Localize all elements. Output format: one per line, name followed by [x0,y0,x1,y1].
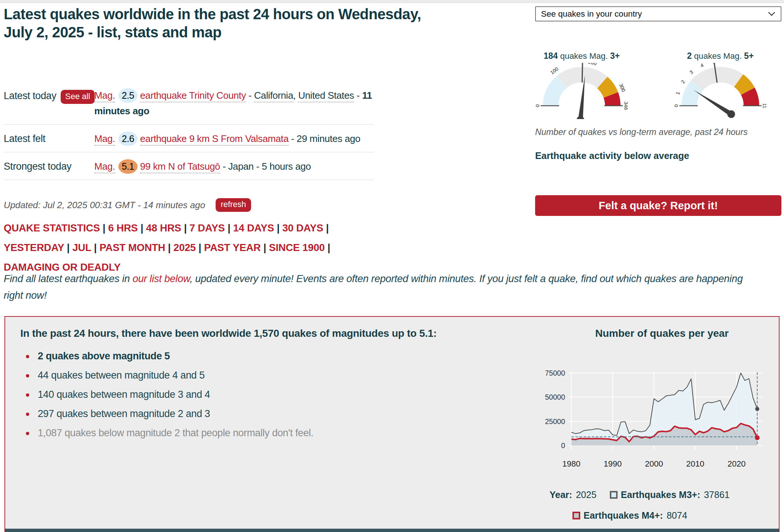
year-value: 2025 [576,489,597,500]
stat-link[interactable]: 30 DAYS [282,222,323,234]
y-axis-label: 75000 [545,369,565,377]
gauge-tick-label: 1 [675,91,681,95]
chevron-down-icon [768,11,775,16]
link-separator: | [64,242,72,253]
gauge-tick-label: 0 [673,104,679,107]
gauge-tick-label: 200 [588,63,597,67]
stat-link[interactable]: JUL [72,242,91,253]
link-separator: | [325,242,330,253]
quake-row: Latest feltMag.2.6earthquake 9 km S From… [4,125,374,152]
m4-legend-swatch [572,512,580,519]
stat-link[interactable]: 48 HRS [146,222,181,234]
gauge-count-label: 2 quakes Mag. 5+ [670,51,770,63]
row-text: - [246,90,254,101]
gauge-tick-label: 5 [712,63,716,65]
summary-bullet: 44 quakes between magnitude 4 and 5 [23,370,504,381]
intro-paragraph: Find all latest earthquakes in our list … [4,270,762,304]
m4-legend-value: 8074 [667,510,687,521]
y-axis-label: 25000 [545,417,565,426]
region-link[interactable]: California [254,90,293,102]
row-text: , [293,90,298,101]
region-link[interactable]: United States [298,90,354,102]
gauge-tick-label: 300 [618,83,626,93]
chart-svg: 025000500007500019801990200020102020 [539,359,776,480]
quake-link[interactable]: 99 km N of Tatsugō [140,161,220,173]
row-text: - 29 minutes ago [288,133,360,144]
quake-row-label: Latest todaySee all [4,88,94,104]
chart-legend-row-2: Earthquakes M4+: 8074 [572,510,687,521]
quake-link[interactable]: earthquake Trinity County [140,90,246,102]
gauge-dial: 0100200300346 [532,63,632,119]
y-axis-label: 0 [561,441,565,450]
updated-row: Updated: Jul 2, 2025 00:31 GMT - 14 minu… [4,198,251,212]
chart-legend-row-1: Year: 2025 Earthquakes M3+: 37861 [550,489,730,500]
quakes-per-year-chart: 025000500007500019801990200020102020 [539,359,776,480]
link-separator: | [181,222,189,234]
link-separator: | [323,222,329,234]
page-title: Latest quakes worldwide in the past 24 h… [4,5,429,41]
gauge-mag3plus: 184 quakes Mag. 3+0100200300346 [532,51,632,121]
x-axis-label: 1980 [562,459,581,468]
m4-end-dot[interactable] [755,435,760,440]
quake-link[interactable]: earthquake 9 km S From Valsamata [140,133,288,146]
mag-link[interactable]: Mag. [94,161,115,173]
m3-legend-value: 37861 [704,489,730,500]
stat-link[interactable]: 14 DAYS [233,222,274,234]
gauge-caption: Number of quakes vs long-term average, p… [535,126,770,138]
quake-row-content: Mag.2.6earthquake 9 km S From Valsamata … [94,131,374,146]
stat-link[interactable]: 2025 [173,242,196,253]
gauge-mag5plus: 2 quakes Mag. 5+01234511 [670,51,770,121]
stat-link[interactable]: QUAKE STATISTICS [4,222,100,234]
m3-legend-swatch [610,491,618,499]
gauge-tick-label: 2 [680,79,686,84]
link-separator: | [138,222,146,234]
refresh-button[interactable]: refresh [216,198,251,212]
gauge-average-tick [582,63,582,82]
magnitude-chip[interactable]: 2.5 [118,88,138,103]
report-quake-button[interactable]: Felt a quake? Report it! [535,195,781,216]
m3-legend-label: Earthquakes M3+: [621,489,700,500]
stat-link[interactable]: PAST MONTH [99,242,165,253]
magnitude-chip[interactable]: 5.1 [118,159,138,174]
stat-link[interactable]: PAST YEAR [204,242,261,253]
row-text: - Japan - 5 hours ago [220,161,311,172]
link-separator: | [165,242,173,253]
x-axis-label: 1990 [604,459,622,468]
latest-quakes-table: Latest todaySee allMag.2.5earthquake Tri… [4,81,374,180]
stat-link[interactable]: 7 DAYS [189,222,225,234]
see-all-button[interactable]: See all [61,90,94,104]
summary-bullet: 140 quakes between magnitude 3 and 4 [23,389,504,400]
link-separator: | [196,242,204,253]
year-label: Year: [550,489,572,500]
summary-heading: In the past 24 hours, there have been wo… [20,328,516,339]
summary-bullet: 1,087 quakes below magnitude 2 that peop… [23,427,504,439]
summary-bullet-list: 2 quakes above magnitude 544 quakes betw… [23,350,504,447]
y-axis-label: 50000 [545,393,565,401]
gauge-tick-label: 346 [623,102,629,110]
gauge-tick-label: 3 [689,69,695,75]
mag-link[interactable]: Mag. [94,133,115,146]
gauge-tick-label: 0 [535,104,540,107]
chart-title: Number of quakes per year [570,328,754,339]
quake-row: Strongest todayMag.5.199 km N of Tatsugō… [4,152,374,180]
country-select[interactable]: See quakes in your country [535,6,781,21]
magnitude-chip[interactable]: 2.6 [118,132,138,146]
activity-status: Earthquake activity below average [535,150,689,161]
summary-bullet: 2 quakes above magnitude 5 [23,350,504,362]
stat-link[interactable]: 6 HRS [108,222,138,234]
quake-row-content: Mag.5.199 km N of Tatsugō - Japan - 5 ho… [94,159,374,174]
x-axis-label: 2010 [686,459,704,468]
stat-link[interactable]: YESTERDAY [4,242,64,253]
stat-link[interactable]: SINCE 1900 [269,242,325,253]
gauge-tick-label: 11 [762,103,767,108]
link-separator: | [261,242,269,253]
country-select-value: See quakes in your country [541,9,768,19]
mag-link[interactable]: Mag. [94,90,115,102]
x-axis-label: 2020 [727,459,746,468]
our-list-below-link[interactable]: our list below [132,273,190,284]
m3-end-dot[interactable] [755,407,759,411]
quake-row-label: Strongest today [4,159,94,172]
gauge-tick-label: 100 [550,66,560,76]
gauge-count-label: 184 quakes Mag. 3+ [532,51,632,63]
quake-row: Latest todaySee allMag.2.5earthquake Tri… [4,81,374,125]
